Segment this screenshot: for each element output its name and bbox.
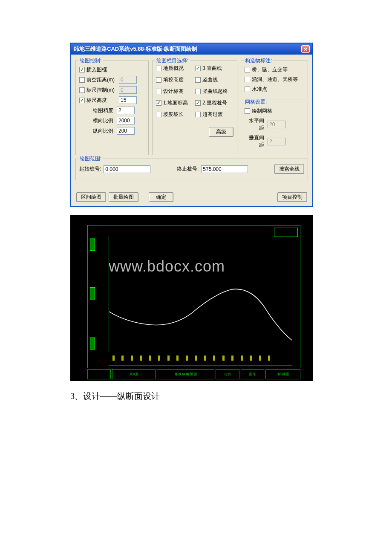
checkbox-front-distance[interactable]: [79, 77, 85, 83]
input-start-station[interactable]: [104, 165, 150, 173]
label-benchmark: 水准点: [252, 86, 267, 93]
checkbox-ruler-control[interactable]: [79, 87, 85, 93]
checkbox-superelev[interactable]: [195, 112, 201, 117]
checkbox-vcurve-se[interactable]: [195, 89, 201, 94]
group-grid-settings: 网格设置: 绘制网格 水平间距 垂直间距: [241, 102, 308, 155]
label-geo: 地质概况: [163, 65, 184, 72]
legend-structures: 构造物标注:: [244, 57, 273, 64]
checkbox-culvert[interactable]: [245, 77, 250, 82]
group-draw-range: 绘图范围: 起始桩号: 终止桩号: 搜索全线: [75, 159, 308, 180]
checkbox-slope[interactable]: [156, 112, 161, 117]
input-h-scale[interactable]: [117, 117, 135, 124]
label-ruler-height: 标尺高度: [86, 97, 117, 104]
label-ground-elev: 1.地面标高: [163, 99, 188, 107]
title-text: 纬地三维道路CAD系统v5.88-标准版-纵断面图绘制: [74, 45, 197, 53]
label-fill-height: 填挖高度: [163, 76, 184, 84]
legend-grid: 网格设置:: [244, 98, 268, 106]
search-all-button[interactable]: 搜索全线: [274, 164, 304, 174]
label-front-distance: 前空距离(m): [86, 76, 117, 84]
label-superelev: 超高过渡: [202, 111, 223, 118]
checkbox-bridge[interactable]: [245, 67, 250, 72]
checkbox-insert-frame[interactable]: [79, 67, 85, 72]
dialog-body: 绘图控制: 插入图框 前空距离(m) 标尺控制(m) 标尺高度: [71, 55, 312, 206]
group-structure-label: 构造物标注: 桥、隧、立交等 涵洞、通道、天桥等 水准点: [241, 61, 308, 99]
advanced-button[interactable]: 高级: [209, 127, 233, 137]
dialog-window: 纬地三维道路CAD系统v5.88-标准版-纵断面图绘制 × 绘图控制: 插入图框…: [70, 43, 313, 207]
caption-text: 3、设计——纵断面设计: [70, 390, 322, 402]
legend-draw-control: 绘图控制:: [78, 57, 103, 64]
top-row: 绘图控制: 插入图框 前空距离(m) 标尺控制(m) 标尺高度: [75, 58, 308, 155]
input-draw-precision[interactable]: [117, 107, 135, 114]
input-v-scale[interactable]: [117, 127, 135, 135]
label-v-gap: 垂直间距: [245, 134, 266, 149]
close-icon[interactable]: ×: [301, 45, 310, 53]
cad-preview: www.bdocx.com 第六册 路 线 纵 断 面 图 比例 图 号 省时中…: [70, 215, 313, 381]
input-v-gap[interactable]: [268, 138, 285, 145]
checkbox-vcurve[interactable]: [195, 77, 201, 83]
input-h-gap[interactable]: [268, 121, 285, 128]
label-straight-curve: 3.直曲线: [202, 65, 222, 72]
label-vcurve-se: 竖曲线起终: [202, 88, 228, 95]
label-end-station: 终止桩号:: [177, 165, 199, 173]
cad-side-labels: [90, 238, 96, 350]
checkbox-geo[interactable]: [156, 66, 161, 71]
label-h-gap: 水平间距: [245, 117, 266, 132]
label-draw-grid: 绘制网格: [252, 107, 272, 115]
input-ruler-height[interactable]: [119, 96, 137, 104]
label-culvert: 涵洞、通道、天桥等: [252, 76, 298, 83]
watermark-text: www.bdocx.com: [109, 257, 225, 275]
titlebar[interactable]: 纬地三维道路CAD系统v5.88-标准版-纵断面图绘制 ×: [71, 43, 312, 55]
checkbox-benchmark[interactable]: [245, 87, 250, 92]
checkbox-fill-height[interactable]: [156, 77, 161, 83]
checkbox-ruler-height[interactable]: [79, 98, 85, 103]
label-draw-precision: 绘图精度: [88, 107, 115, 114]
right-column: 构造物标注: 桥、隧、立交等 涵洞、通道、天桥等 水准点 网格设置: 绘制网格 …: [241, 58, 308, 155]
label-bridge: 桥、隧、立交等: [252, 66, 288, 73]
interval-draw-button[interactable]: 区间绘图: [76, 192, 106, 202]
input-end-station[interactable]: [201, 165, 248, 173]
label-insert-frame: 插入图框: [86, 66, 107, 73]
group-draw-control: 绘图控制: 插入图框 前空距离(m) 标尺控制(m) 标尺高度: [75, 61, 149, 155]
label-vcurve: 竖曲线: [202, 76, 218, 84]
cad-legend-box: [274, 228, 298, 237]
project-control-button[interactable]: 项目控制: [277, 192, 307, 202]
input-ruler-control[interactable]: [119, 86, 137, 94]
input-front-distance[interactable]: [119, 76, 137, 84]
label-mileage: 2.里程桩号: [202, 99, 227, 107]
checkbox-design-elev[interactable]: [156, 89, 161, 94]
label-ruler-control: 标尺控制(m): [86, 87, 117, 94]
batch-draw-button[interactable]: 批量绘图: [109, 192, 138, 202]
label-design-elev: 设计标高: [163, 88, 184, 95]
group-column-select: 绘图栏目选择: 地质概况 3.直曲线 填挖高度 竖曲线 设计标高 竖曲线起终 1…: [152, 61, 237, 155]
checkbox-straight-curve[interactable]: [195, 66, 201, 71]
cad-horizontal-ticks: [109, 353, 292, 361]
legend-range: 绘图范围:: [78, 155, 103, 162]
bottom-button-row: 区间绘图 批量绘图 确定 项目控制: [75, 192, 308, 202]
cad-title-block: 第六册 路 线 纵 断 面 图 比例 图 号 省时中图: [87, 369, 300, 379]
checkbox-mileage[interactable]: [195, 100, 201, 106]
checkbox-ground-elev[interactable]: [156, 100, 161, 106]
cad-redline: [109, 365, 292, 366]
cad-profile-curve: [109, 236, 292, 351]
label-start-station: 起始桩号:: [79, 165, 101, 173]
legend-column-select: 绘图栏目选择:: [155, 57, 190, 64]
checkbox-draw-grid[interactable]: [245, 108, 250, 114]
label-h-scale: 横向比例: [88, 117, 115, 124]
label-v-scale: 纵向比例: [88, 127, 115, 135]
ok-button[interactable]: 确定: [149, 192, 173, 202]
label-slope: 坡度坡长: [163, 111, 184, 118]
